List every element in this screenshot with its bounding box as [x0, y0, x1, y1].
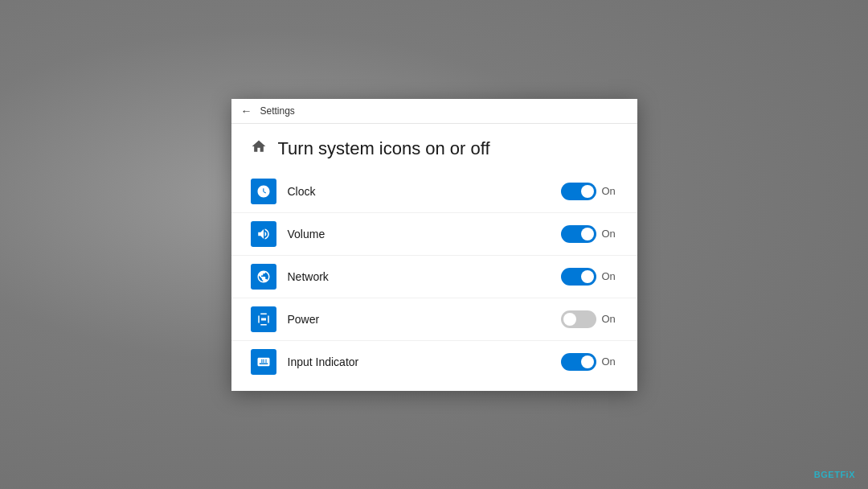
clock-icon	[256, 184, 271, 199]
volume-toggle-thumb	[581, 228, 594, 240]
input-indicator-toggle-label: On	[602, 355, 618, 368]
power-toggle[interactable]	[561, 310, 596, 328]
power-icon	[256, 312, 271, 327]
settings-window: ← Settings Turn system icons on or off C…	[231, 99, 637, 391]
volume-icon-box	[251, 221, 276, 247]
network-label: Network	[288, 270, 561, 283]
volume-label: Volume	[288, 228, 561, 240]
title-bar-text: Settings	[260, 105, 295, 117]
volume-icon	[256, 227, 271, 241]
network-toggle-thumb	[581, 270, 594, 283]
items-list: Clock On Volume On	[231, 171, 637, 391]
home-icon	[251, 138, 267, 158]
power-toggle-label: On	[602, 313, 618, 325]
setting-item-volume: Volume On	[231, 213, 637, 256]
watermark: BGETFiX	[814, 470, 855, 479]
input-indicator-toggle[interactable]	[561, 353, 596, 371]
input-icon-box	[251, 349, 276, 375]
volume-toggle-label: On	[602, 228, 618, 240]
network-toggle-container: On	[561, 268, 618, 286]
power-icon-box	[251, 306, 276, 332]
page-title: Turn system icons on or off	[278, 138, 490, 159]
power-toggle-container: On	[561, 310, 618, 328]
input-indicator-label: Input Indicator	[288, 355, 561, 368]
volume-toggle[interactable]	[561, 225, 596, 243]
power-toggle-thumb	[563, 313, 576, 326]
clock-toggle[interactable]	[561, 183, 596, 200]
clock-label: Clock	[288, 185, 561, 198]
input-indicator-toggle-container: On	[561, 353, 618, 371]
network-icon	[256, 269, 271, 284]
network-toggle[interactable]	[561, 268, 596, 286]
title-bar: ← Settings	[231, 99, 637, 124]
back-button[interactable]: ←	[241, 105, 252, 117]
setting-item-clock: Clock On	[231, 171, 637, 213]
input-indicator-toggle-thumb	[581, 355, 594, 368]
power-label: Power	[288, 313, 561, 326]
setting-item-power: Power On	[231, 298, 637, 341]
clock-toggle-thumb	[581, 185, 594, 198]
page-header: Turn system icons on or off	[231, 124, 637, 171]
setting-item-input-indicator: Input Indicator On	[231, 341, 637, 383]
setting-item-network: Network On	[231, 256, 637, 298]
network-icon-box	[251, 264, 276, 290]
input-indicator-icon	[256, 355, 271, 369]
clock-icon-box	[251, 179, 276, 204]
clock-toggle-label: On	[602, 185, 618, 197]
clock-toggle-container: On	[561, 183, 618, 200]
network-toggle-label: On	[602, 270, 618, 282]
volume-toggle-container: On	[561, 225, 618, 243]
